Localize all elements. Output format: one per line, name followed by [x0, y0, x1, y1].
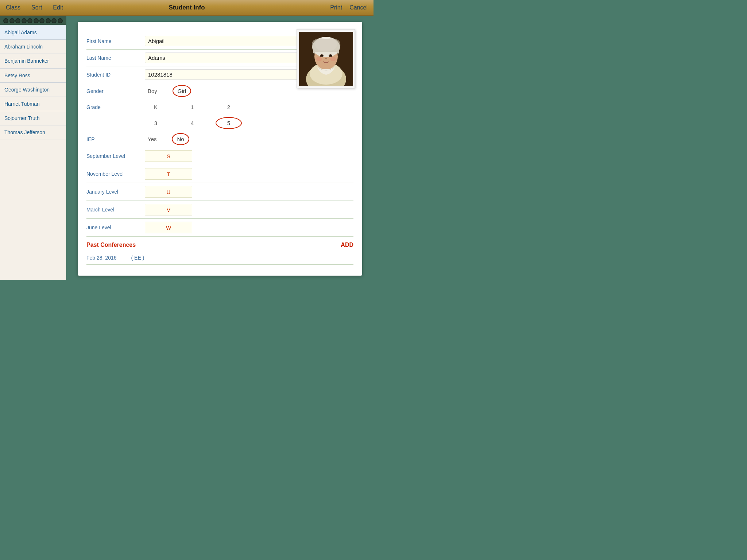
march-level-row: March Level V	[86, 201, 353, 219]
ring	[15, 18, 20, 23]
grade-label: Grade	[86, 104, 145, 110]
student-panel: First Name Last Name Student ID Gender	[78, 22, 362, 276]
notebook-rings	[0, 16, 66, 25]
grade-k-option[interactable]: K	[145, 102, 167, 112]
student-photo	[299, 32, 353, 86]
student-photo-container	[297, 29, 355, 88]
svg-point-12	[316, 57, 322, 61]
nav-bar: Class Sort Edit Student Info Print Cance…	[0, 0, 374, 16]
november-level-row: November Level T	[86, 165, 353, 183]
gender-boy-option[interactable]: Boy	[145, 86, 160, 96]
sort-button[interactable]: Sort	[31, 4, 42, 11]
sidebar-item[interactable]: Harriet Tubman	[0, 97, 66, 111]
september-level-value[interactable]: S	[145, 150, 192, 162]
grade-3-option[interactable]: 3	[145, 118, 167, 128]
sidebar-item[interactable]: Abraham Lincoln	[0, 40, 66, 54]
svg-point-13	[330, 57, 336, 61]
edit-button[interactable]: Edit	[53, 4, 63, 11]
june-level-row: June Level W	[86, 219, 353, 237]
print-button[interactable]: Print	[330, 4, 342, 11]
january-level-row: January Level U	[86, 183, 353, 201]
ring	[39, 18, 44, 23]
student-list: Abigail AdamsAbraham LincolnBenjamin Ban…	[0, 25, 66, 280]
grade-circle	[216, 117, 242, 129]
grade-group-1: K 1 2	[145, 102, 353, 112]
grade-row-2: 3 4 5	[86, 115, 353, 131]
march-level-value[interactable]: V	[145, 204, 192, 215]
march-level-label: March Level	[86, 207, 145, 213]
iep-label: IEP	[86, 136, 145, 142]
june-level-value[interactable]: W	[145, 222, 192, 233]
september-level-label: September Level	[86, 153, 145, 159]
grade-4-option[interactable]: 4	[181, 118, 203, 128]
past-conferences-label: Past Conferences	[86, 242, 136, 248]
ring	[34, 18, 39, 23]
content-area: First Name Last Name Student ID Gender	[66, 16, 374, 280]
november-level-value[interactable]: T	[145, 168, 192, 180]
iep-no-option[interactable]: No	[174, 135, 187, 144]
class-button[interactable]: Class	[6, 4, 20, 11]
gender-girl-option[interactable]: Girl	[175, 86, 189, 96]
sidebar-item[interactable]: George Washington	[0, 83, 66, 97]
january-level-value[interactable]: U	[145, 186, 192, 198]
iep-row: IEP Yes No	[86, 131, 353, 147]
sidebar-item[interactable]: Abigail Adams	[0, 25, 66, 40]
ring	[27, 18, 32, 23]
last-name-label: Last Name	[86, 55, 145, 61]
sidebar: Abigail AdamsAbraham LincolnBenjamin Ban…	[0, 16, 66, 280]
grade-row-1: Grade K 1 2	[86, 99, 353, 115]
ring	[51, 18, 57, 23]
add-conference-button[interactable]: ADD	[341, 242, 353, 248]
ring	[9, 18, 15, 23]
january-level-label: January Level	[86, 189, 145, 195]
past-conferences-header: Past Conferences ADD	[86, 237, 353, 251]
ring	[58, 18, 63, 23]
gender-label: Gender	[86, 88, 145, 94]
conference-row: Feb 28, 2016 ( EE )	[86, 251, 353, 265]
sidebar-item[interactable]: Thomas Jefferson	[0, 125, 66, 140]
cancel-button[interactable]: Cancel	[349, 4, 368, 11]
grade-group-2: 3 4 5	[145, 118, 353, 128]
grade-1-option[interactable]: 1	[181, 102, 203, 112]
june-level-label: June Level	[86, 225, 145, 230]
student-id-label: Student ID	[86, 72, 145, 78]
ring	[3, 18, 8, 23]
svg-point-11	[330, 55, 332, 56]
ring	[46, 18, 51, 23]
page-title: Student Info	[169, 4, 205, 11]
grade-5-option[interactable]: 5	[218, 118, 240, 128]
iep-group: Yes No	[145, 135, 353, 144]
sidebar-item[interactable]: Sojourner Truth	[0, 111, 66, 125]
grade-2-option[interactable]: 2	[218, 102, 240, 112]
sidebar-item[interactable]: Betsy Ross	[0, 69, 66, 83]
conference-date: Feb 28, 2016	[86, 255, 117, 261]
sidebar-item[interactable]: Benjamin Banneker	[0, 54, 66, 68]
conference-note: ( EE )	[131, 255, 144, 261]
november-level-label: November Level	[86, 171, 145, 177]
main-layout: Abigail AdamsAbraham LincolnBenjamin Ban…	[0, 16, 374, 280]
iep-yes-option[interactable]: Yes	[145, 135, 159, 144]
ring	[22, 18, 27, 23]
svg-point-10	[321, 55, 323, 56]
september-level-row: September Level S	[86, 147, 353, 165]
first-name-label: First Name	[86, 38, 145, 44]
